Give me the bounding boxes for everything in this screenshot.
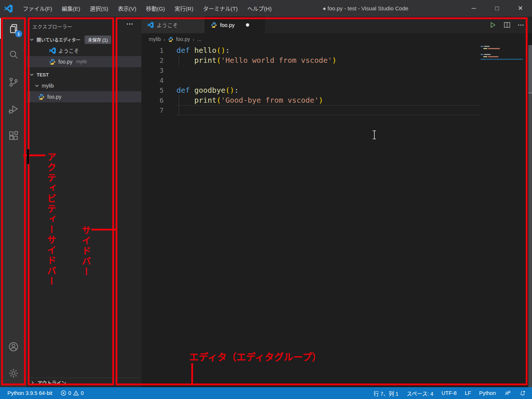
unsaved-badge: 未保存 (1) — [85, 35, 111, 44]
breadcrumb-item[interactable]: mylib — [149, 36, 161, 42]
menu-item[interactable]: ヘルプ(H) — [243, 4, 277, 12]
explorer-title: エクスプローラー — [27, 17, 141, 34]
dirty-slot — [40, 49, 44, 52]
modified-dot — [246, 23, 249, 27]
workspace-root-header[interactable]: TEST — [27, 69, 141, 80]
line-number: 5 — [141, 85, 164, 95]
menu-item[interactable]: 選択(S) — [85, 4, 113, 12]
more-actions-icon[interactable]: ⋯ — [518, 21, 525, 29]
indent-guide — [179, 55, 179, 65]
folder-label: mylib — [42, 83, 54, 89]
open-editor-item[interactable]: ようこそ — [27, 45, 141, 56]
line-number: 4 — [141, 75, 164, 85]
code-line-5[interactable]: def goodbye(): — [176, 85, 481, 95]
tree-item-foo-py[interactable]: foo.py — [27, 91, 141, 102]
sidebar-explorer: エクスプローラー ⋯ 開いているエディター 未保存 (1) ようこそfoo.py… — [27, 17, 141, 387]
indentation-status[interactable]: スペース: 4 — [402, 389, 437, 397]
split-editor-icon[interactable] — [503, 21, 511, 29]
window-title: ● foo.py - test - Visual Studio Code — [279, 5, 452, 11]
open-editors-label: 開いているエディター — [37, 37, 80, 43]
menu-item[interactable]: 移動(G) — [141, 4, 170, 12]
close-button[interactable]: ✕ — [509, 0, 532, 17]
line-number-gutter: 1234567 — [141, 45, 164, 115]
vscode-file-icon — [49, 47, 56, 54]
open-editor-label: ようこそ — [58, 47, 79, 54]
open-editor-label: foo.py — [58, 59, 72, 65]
python-file-icon — [211, 22, 217, 28]
menu-item[interactable]: 編集(E) — [57, 4, 85, 12]
breadcrumb-item[interactable]: foo.py — [176, 36, 190, 42]
feedback-icon[interactable] — [500, 390, 515, 397]
tab-label: ようこそ — [157, 21, 178, 29]
code-lines: def hello(): print('Hello world from vsc… — [176, 45, 481, 115]
code-line-1[interactable]: def hello(): — [176, 45, 481, 55]
encoding-status[interactable]: UTF-8 — [437, 390, 461, 396]
notifications-bell-icon[interactable] — [515, 390, 532, 397]
tabs-holder: ようこそfoo.py — [141, 17, 265, 33]
eol-status[interactable]: LF — [461, 390, 475, 396]
window-controls: ─ □ ✕ — [462, 0, 532, 17]
views-more-actions-icon[interactable]: ⋯ — [126, 20, 134, 28]
line-number: 7 — [141, 105, 164, 115]
workspace-root-label: TEST — [37, 72, 49, 78]
code-line-3[interactable] — [176, 65, 481, 75]
tab-label: foo.py — [220, 22, 235, 28]
source-control-icon[interactable] — [0, 72, 27, 92]
line-number: 2 — [141, 55, 164, 65]
settings-gear-icon[interactable] — [0, 363, 27, 383]
explorer-badge: 1 — [15, 30, 22, 37]
menu-item[interactable]: 表示(V) — [113, 4, 141, 12]
editor-tab-ようこそ[interactable]: ようこそ — [141, 17, 205, 33]
line-number: 1 — [141, 45, 164, 55]
error-count: 0 — [68, 390, 71, 396]
maximize-button[interactable]: □ — [485, 0, 509, 17]
editor-tabs: ようこそfoo.py ⋯ — [141, 17, 532, 33]
modified-dot — [40, 60, 44, 64]
cursor-position-status[interactable]: 行 7、列 1 — [370, 389, 403, 397]
chevron-right-icon — [30, 380, 35, 385]
status-right-items: 行 7、列 1スペース: 4UTF-8LFPython — [370, 389, 500, 397]
chevron-down-icon — [29, 72, 34, 77]
extensions-icon[interactable] — [0, 126, 27, 146]
code-line-2[interactable]: print('Hello world from vscode') — [176, 55, 481, 65]
menu-item[interactable]: ファイル(F) — [18, 4, 57, 12]
file-label: foo.py — [47, 94, 61, 100]
code-line-4[interactable] — [176, 75, 481, 85]
menu-item[interactable]: ターミナル(T) — [198, 4, 243, 12]
run-and-debug-icon[interactable] — [0, 99, 27, 119]
language-mode-status[interactable]: Python — [475, 390, 500, 396]
title-bar: ファイル(F)編集(E)選択(S)表示(V)移動(G)実行(R)ターミナル(T)… — [0, 0, 532, 17]
explorer-icon[interactable]: 1 — [0, 18, 27, 39]
python-file-icon — [38, 93, 45, 100]
code-line-7[interactable] — [176, 105, 481, 115]
python-interpreter-status[interactable]: Python 3.9.5 64-bit — [0, 390, 56, 396]
outline-label: アウトライン — [37, 379, 66, 386]
outline-section-header[interactable]: アウトライン — [27, 378, 141, 387]
breadcrumb-separator: › — [193, 36, 195, 42]
minimize-button[interactable]: ─ — [462, 0, 485, 17]
open-editors-list: ようこそfoo.pymylib — [27, 45, 141, 67]
warning-count: 0 — [81, 390, 84, 396]
indent-guide — [179, 106, 179, 115]
breadcrumb-separator: › — [164, 36, 165, 42]
editor-scrollbar[interactable] — [528, 45, 532, 387]
vscode-logo-icon — [4, 4, 13, 13]
code-editor[interactable]: 1234567 def hello(): print('Hello world … — [141, 45, 532, 387]
breadcrumb[interactable]: mylib›foo.py›... — [141, 33, 532, 45]
search-icon[interactable] — [0, 44, 27, 65]
editor-tab-foo.py[interactable]: foo.py — [205, 17, 265, 33]
open-editors-header[interactable]: 開いているエディター 未保存 (1) — [27, 34, 141, 45]
run-python-file-icon[interactable] — [489, 21, 497, 29]
error-icon — [61, 390, 66, 396]
problems-status[interactable]: 0 0 — [56, 390, 88, 396]
tree-item-mylib[interactable]: mylib — [27, 80, 141, 91]
minimap[interactable] — [481, 46, 523, 64]
code-line-6[interactable]: print('Good-bye from vscode') — [176, 95, 481, 105]
menu-item[interactable]: 実行(R) — [170, 4, 198, 12]
account-icon[interactable] — [0, 336, 27, 357]
open-editor-item[interactable]: foo.pymylib — [27, 56, 141, 67]
breadcrumb-item[interactable]: ... — [197, 36, 202, 42]
open-editor-description: mylib — [76, 59, 87, 64]
editor-actions: ⋯ — [489, 17, 532, 33]
chevron-down-icon — [34, 83, 40, 88]
